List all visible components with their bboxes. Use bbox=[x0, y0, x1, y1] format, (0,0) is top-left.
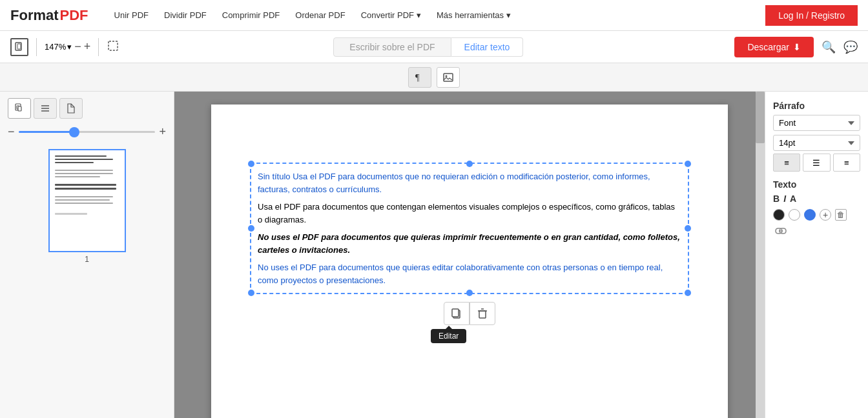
sidebar-tab-toc[interactable] bbox=[59, 98, 83, 119]
toolbar-divider-2 bbox=[98, 38, 99, 56]
color-delete-button[interactable]: 🗑 bbox=[835, 209, 847, 221]
handle-top-left[interactable] bbox=[248, 161, 254, 167]
delete-icon bbox=[477, 308, 488, 319]
login-button[interactable]: Log In / Registro bbox=[765, 5, 858, 26]
zoom-slider-container: − + bbox=[0, 123, 174, 144]
top-navigation: FormatPDF Unir PDF Dividir PDF Comprimir… bbox=[0, 0, 868, 31]
download-button[interactable]: Descargar ⬇ bbox=[734, 37, 814, 57]
thumb-line bbox=[55, 203, 113, 204]
link-button[interactable] bbox=[773, 223, 789, 239]
svg-rect-2 bbox=[108, 41, 118, 50]
underline-button[interactable]: A bbox=[790, 194, 796, 204]
svg-rect-13 bbox=[452, 309, 459, 317]
handle-top-center[interactable] bbox=[466, 161, 473, 167]
color-blue-selected[interactable] bbox=[804, 209, 816, 221]
handle-middle-left[interactable] bbox=[248, 225, 254, 232]
zoom-slider[interactable] bbox=[19, 131, 156, 133]
thumb-line bbox=[55, 162, 94, 163]
handle-bottom-left[interactable] bbox=[248, 290, 254, 296]
bold-button[interactable]: B bbox=[773, 194, 780, 204]
parrafo-title: Párrafo bbox=[773, 101, 860, 111]
comment-icon[interactable]: 💬 bbox=[843, 40, 858, 54]
color-row: + 🗑 bbox=[773, 209, 860, 221]
svg-text:¶: ¶ bbox=[415, 73, 420, 83]
copy-action-button[interactable] bbox=[444, 302, 470, 325]
svg-rect-4 bbox=[444, 74, 453, 81]
write-on-pdf-button[interactable]: Escribir sobre el PDF bbox=[333, 37, 451, 57]
download-icon: ⬇ bbox=[793, 42, 801, 52]
sub-toolbar: ¶ bbox=[0, 63, 868, 92]
thumb-line bbox=[55, 213, 87, 215]
text-box[interactable]: Sin título Usa el PDF para documentos qu… bbox=[250, 163, 689, 294]
zoom-out-button[interactable]: − bbox=[74, 40, 81, 54]
search-icon[interactable]: 🔍 bbox=[822, 40, 836, 54]
handle-middle-right[interactable] bbox=[685, 225, 691, 232]
scrollbar-track[interactable] bbox=[756, 92, 765, 418]
logo-pdf: PDF bbox=[60, 7, 88, 24]
zoom-arrow-icon: ▾ bbox=[67, 42, 72, 52]
nav-unir-pdf[interactable]: Unir PDF bbox=[114, 10, 149, 20]
sidebar-tabs bbox=[0, 92, 174, 123]
logo-format: Format bbox=[10, 7, 59, 24]
svg-rect-14 bbox=[479, 311, 486, 318]
page-thumbnail-container: 1 bbox=[0, 144, 174, 269]
align-right-button[interactable]: ≡ bbox=[833, 154, 860, 172]
handle-bottom-center[interactable] bbox=[466, 290, 473, 296]
italic-button[interactable]: I bbox=[783, 194, 786, 204]
zoom-select[interactable]: 147% ▾ bbox=[45, 42, 72, 52]
image-tool-button[interactable] bbox=[437, 67, 460, 88]
slider-plus[interactable]: + bbox=[159, 125, 166, 139]
text-paragraph-2: Usa el PDF para documentos que contengan… bbox=[258, 201, 681, 226]
thumb-line bbox=[55, 170, 113, 171]
font-size-select[interactable]: 14pt bbox=[773, 135, 860, 151]
image-tool-icon bbox=[442, 72, 454, 83]
copy-icon bbox=[451, 308, 462, 319]
font-select[interactable]: Font bbox=[773, 115, 860, 131]
align-buttons: ≡ ☰ ≡ bbox=[773, 154, 860, 172]
scrollbar-thumb[interactable] bbox=[756, 92, 765, 143]
nav-mas-herramientas[interactable]: Más herramientas ▾ bbox=[437, 10, 511, 20]
align-center-button[interactable]: ☰ bbox=[803, 154, 830, 172]
sidebar-tab-bookmarks[interactable] bbox=[34, 98, 57, 119]
mas-arrow-icon: ▾ bbox=[506, 10, 511, 20]
color-add-button[interactable]: + bbox=[820, 209, 831, 221]
nav-comprimir-pdf[interactable]: Comprimir PDF bbox=[222, 10, 280, 20]
text-paragraph-1: Sin título Usa el PDF para documentos qu… bbox=[258, 170, 681, 195]
pdf-page: Sin título Usa el PDF para documentos qu… bbox=[211, 104, 728, 418]
thumb-line bbox=[55, 184, 116, 186]
page-view-icon[interactable] bbox=[10, 38, 28, 56]
nav-ordenar-pdf[interactable]: Ordenar PDF bbox=[295, 10, 345, 20]
thumb-line bbox=[55, 155, 107, 157]
nav-convertir-pdf[interactable]: Convertir PDF ▾ bbox=[361, 10, 421, 20]
zoom-in-button[interactable]: + bbox=[84, 40, 91, 54]
pdf-canvas[interactable]: Sin título Usa el PDF para documentos qu… bbox=[174, 92, 765, 418]
delete-action-button[interactable] bbox=[470, 302, 495, 325]
main-area: − + 1 bbox=[0, 92, 868, 418]
page-icon-svg bbox=[14, 42, 25, 52]
text-paragraph-4: No uses el PDF para documentos que quier… bbox=[258, 261, 681, 286]
thumb-line bbox=[55, 159, 113, 160]
align-left-button[interactable]: ≡ bbox=[773, 154, 800, 172]
text-format-buttons: B I A bbox=[773, 194, 860, 204]
handle-bottom-right[interactable] bbox=[685, 290, 691, 296]
edit-text-button[interactable]: Editar texto bbox=[451, 37, 524, 57]
text-content: Sin título Usa el PDF para documentos qu… bbox=[258, 170, 681, 286]
page-thumbnail-1[interactable] bbox=[48, 149, 126, 252]
nav-dividir-pdf[interactable]: Dividir PDF bbox=[164, 10, 207, 20]
toolbar-divider-1 bbox=[36, 38, 37, 56]
crop-icon[interactable] bbox=[107, 39, 122, 55]
handle-top-right[interactable] bbox=[685, 161, 691, 167]
text-paragraph-3: No uses el PDF para documentos que quier… bbox=[258, 231, 681, 256]
color-white[interactable] bbox=[789, 209, 800, 221]
sidebar-tab-pages[interactable] bbox=[8, 98, 31, 119]
slider-minus[interactable]: − bbox=[8, 125, 15, 139]
thumb-line bbox=[55, 188, 116, 190]
text-tool-button[interactable]: ¶ bbox=[408, 67, 431, 88]
logo: FormatPDF bbox=[10, 7, 88, 24]
parrafo-section: Párrafo Font 14pt ≡ ☰ ≡ bbox=[773, 101, 860, 172]
color-black[interactable] bbox=[773, 209, 785, 221]
thumb-line bbox=[55, 199, 110, 201]
right-panel: Párrafo Font 14pt ≡ ☰ ≡ Texto B I A bbox=[765, 92, 868, 418]
link-icon bbox=[775, 227, 787, 235]
thumb-line bbox=[55, 176, 100, 177]
